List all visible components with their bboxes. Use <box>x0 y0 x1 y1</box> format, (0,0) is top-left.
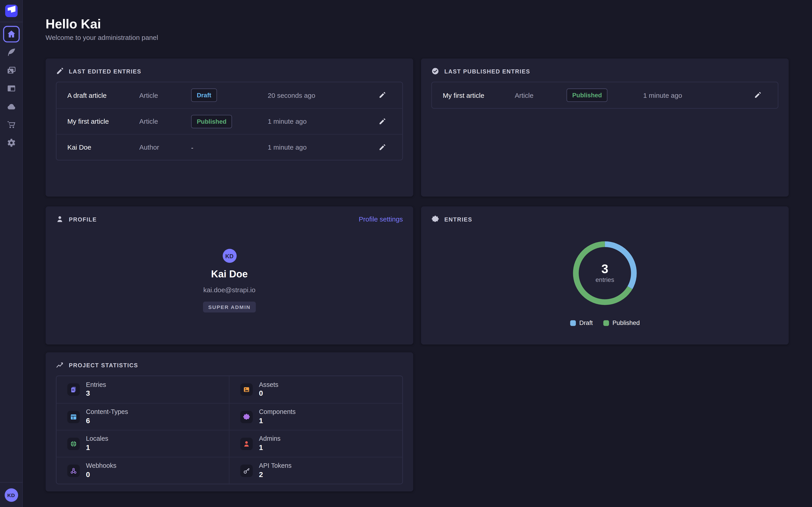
table-row[interactable]: My first articleArticlePublished1 minute… <box>56 108 402 134</box>
entry-type: Article <box>515 91 567 99</box>
edit-entry-button[interactable] <box>373 142 392 153</box>
card-title: PROJECT STATISTICS <box>69 362 138 368</box>
stat-label: Webhooks <box>86 462 116 469</box>
stat-icon-tile <box>240 383 253 396</box>
legend-item-draft: Draft <box>570 319 593 327</box>
profile-name: Kai Doe <box>211 269 248 280</box>
trend-up-icon <box>56 361 64 369</box>
table-row[interactable]: Kai DoeAuthor-1 minute ago <box>56 134 402 160</box>
edit-entry-button[interactable] <box>373 116 392 127</box>
sidebar-divider-bottom <box>0 482 22 483</box>
entry-status-cell: - <box>191 143 268 152</box>
sidebar-item-home[interactable] <box>3 26 19 42</box>
stat-admins: Admins1 <box>230 430 402 457</box>
document-icon <box>70 386 77 393</box>
sidebar-item-settings[interactable] <box>3 134 19 151</box>
table-row[interactable]: My first articleArticlePublished1 minute… <box>432 82 778 108</box>
stat-icon-tile <box>67 464 80 477</box>
stat-value: 6 <box>86 416 128 425</box>
card-title: ENTRIES <box>444 216 472 222</box>
profile-email: kai.doe@strapi.io <box>203 286 256 294</box>
pencil-icon <box>378 118 386 125</box>
workspace-logo-button[interactable] <box>5 5 17 17</box>
user-avatar[interactable]: KD <box>4 488 18 502</box>
sidebar-footer: KD <box>0 482 22 507</box>
sidebar-item-marketplace[interactable] <box>3 116 19 133</box>
stat-value: 1 <box>86 443 108 452</box>
profile-card: PROFILE Profile settings KD Kai Doe kai.… <box>46 207 413 344</box>
entry-type: Article <box>139 91 191 99</box>
legend-item-published: Published <box>603 319 640 327</box>
stat-value: 0 <box>86 470 116 479</box>
entries-donut-chart: 3 entries <box>573 241 637 305</box>
entries-card: ENTRIES 3 entries DraftPublished <box>421 207 789 344</box>
card-title: PROFILE <box>69 216 97 222</box>
role-badge: SUPER ADMIN <box>203 302 256 313</box>
edit-entry-button[interactable] <box>748 90 767 101</box>
stat-icon-tile <box>67 383 80 396</box>
entry-name: My first article <box>67 117 139 125</box>
person-icon <box>56 215 64 223</box>
entry-type: Article <box>139 117 191 125</box>
card-header: LAST PUBLISHED ENTRIES <box>421 58 789 81</box>
table-row[interactable]: A draft articleArticleDraft20 seconds ag… <box>56 82 402 108</box>
sidebar-item-content-manager[interactable] <box>3 44 19 60</box>
legend-label: Draft <box>579 319 593 327</box>
stat-icon-tile <box>240 410 253 423</box>
entry-name: My first article <box>443 91 515 99</box>
puzzle-piece-icon <box>243 413 250 420</box>
status-badge: Published <box>567 89 608 102</box>
stat-label: Admins <box>259 435 281 443</box>
entry-updated: 1 minute ago <box>268 117 373 125</box>
stat-locales: Locales1 <box>56 430 230 457</box>
project-statistics-card: PROJECT STATISTICS Entries3Assets0Conten… <box>46 352 413 492</box>
cloud-icon <box>6 102 16 111</box>
layout-icon <box>6 84 16 93</box>
stat-value: 3 <box>86 389 106 398</box>
sidebar-item-content-type-builder[interactable] <box>3 80 19 97</box>
statistics-grid: Entries3Assets0Content-Types6Components1… <box>56 376 403 484</box>
entry-updated: 20 seconds ago <box>268 91 373 99</box>
stat-assets: Assets0 <box>230 376 402 403</box>
stat-api-tokens: API Tokens2 <box>230 457 402 484</box>
stat-icon-tile <box>67 410 80 423</box>
stat-value: 1 <box>259 416 296 425</box>
page-title: Hello Kai <box>46 16 101 32</box>
entry-updated: 1 minute ago <box>643 91 748 99</box>
stat-label: Components <box>259 408 296 416</box>
entry-updated: 1 minute ago <box>268 143 373 151</box>
sidebar: KD <box>0 0 23 507</box>
pencil-icon <box>754 92 761 99</box>
puzzle-icon <box>431 215 439 223</box>
stat-webhooks: Webhooks0 <box>56 457 230 484</box>
donut-center: 3 entries <box>573 241 637 305</box>
stat-value: 2 <box>259 470 292 479</box>
person-icon <box>243 440 250 447</box>
status-badge: Draft <box>191 89 217 102</box>
entry-status-cell: Draft <box>191 89 268 102</box>
card-header: LAST EDITED ENTRIES <box>46 58 413 81</box>
check-circle-icon <box>431 67 439 75</box>
entry-type: Author <box>139 143 191 151</box>
sidebar-item-media-library[interactable] <box>3 62 19 79</box>
layout-grid-icon <box>70 413 77 420</box>
image-icon <box>243 386 250 393</box>
sidebar-item-deploy[interactable] <box>3 98 19 115</box>
profile-body: KD Kai Doe kai.doe@strapi.io SUPER ADMIN <box>46 230 413 312</box>
stat-label: Entries <box>86 381 106 389</box>
stat-label: Locales <box>86 435 108 443</box>
legend-swatch <box>603 320 609 326</box>
profile-avatar: KD <box>222 249 236 263</box>
page-subtitle: Welcome to your administration panel <box>46 34 158 41</box>
stat-value: 0 <box>259 389 278 398</box>
entry-status-cell: Published <box>567 89 643 102</box>
status-empty: - <box>191 144 193 151</box>
profile-settings-link[interactable]: Profile settings <box>359 215 403 223</box>
card-header: PROFILE Profile settings <box>46 207 413 230</box>
edit-entry-button[interactable] <box>373 90 392 101</box>
feather-icon <box>6 48 16 57</box>
gear-icon <box>6 138 16 147</box>
legend-swatch <box>570 320 576 326</box>
legend-label: Published <box>612 319 640 327</box>
last-published-table: My first articleArticlePublished1 minute… <box>431 82 778 109</box>
